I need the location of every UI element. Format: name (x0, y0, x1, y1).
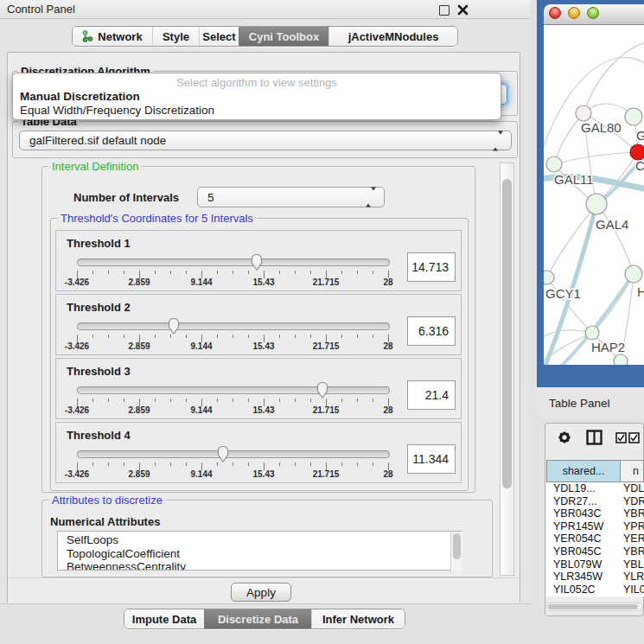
slider-tick (186, 399, 187, 402)
checked-box-icon[interactable] (628, 432, 640, 443)
combo-stepper-icon (493, 134, 503, 147)
threshold-label: Threshold 1 (67, 237, 131, 250)
apply-button[interactable]: Apply (231, 583, 291, 602)
slider-tick (341, 399, 342, 402)
dropdown-placeholder-item: Select algorithm to view settings (13, 76, 501, 89)
threshold-slider-track[interactable] (77, 258, 390, 266)
tab-cyni-toolbox[interactable]: Cyni Toolbox (239, 27, 328, 46)
table-row[interactable]: YBL079WYBL0 (546, 558, 644, 571)
scrollbar-thumb[interactable] (548, 604, 638, 609)
slider-tick (279, 271, 280, 274)
slider-tick (279, 462, 280, 466)
slider-tick (217, 271, 218, 274)
network-node[interactable] (625, 265, 642, 283)
threshold-value-field[interactable]: 21.4 (407, 380, 456, 410)
threshold-slider-thumb[interactable] (216, 445, 230, 462)
table-row[interactable]: YBR043CYBR0 (546, 507, 644, 520)
table-row[interactable]: YLR345WYLR3 (546, 571, 644, 583)
list-item[interactable]: SelfLoops (58, 533, 462, 547)
slider-tick (92, 335, 93, 338)
table-row[interactable]: YER054CYER0 (546, 532, 644, 545)
table-data-combobox[interactable]: galFiltered.sif default node (19, 131, 512, 150)
network-view-canvas[interactable]: GAL80GACGAL11GAL4GCY1HHAP2 (544, 25, 644, 365)
network-node[interactable] (614, 354, 628, 365)
dropdown-item-equal-width-frequency[interactable]: Equal Width/Frequency Discretization (20, 104, 214, 117)
network-node[interactable] (625, 108, 642, 125)
threshold-slider-thumb[interactable] (167, 317, 181, 335)
scrollbar-thumb[interactable] (453, 533, 461, 559)
zoom-traffic-light-icon[interactable] (587, 7, 599, 19)
tab-infer-network[interactable]: Infer Network (311, 609, 405, 628)
slider-tick (248, 399, 249, 402)
list-item[interactable]: TopologicalCoefficient (58, 547, 462, 561)
list-scrollbar[interactable] (450, 532, 462, 573)
threshold-slider-track[interactable] (77, 322, 390, 330)
table-body: YDL19...YDL1YDR27...YDR2YBR043CYBR0YPR14… (546, 482, 644, 596)
table-row[interactable]: YDL19...YDL1 (546, 482, 644, 495)
slider-tick (92, 462, 93, 466)
threshold-label: Threshold 3 (67, 365, 131, 378)
close-icon[interactable] (457, 4, 469, 16)
checked-box-icon[interactable] (615, 432, 627, 443)
panel-vertical-scrollbar[interactable] (500, 163, 514, 576)
dropdown-item-manual-discretization[interactable]: Manual Discretization (20, 90, 140, 103)
slider-tick (124, 399, 124, 402)
tab-impute-data-label: Impute Data (132, 613, 196, 626)
minimize-traffic-light-icon[interactable] (568, 7, 580, 19)
tab-jactivemnodules[interactable]: jActiveMNodules (328, 27, 457, 46)
network-node[interactable] (546, 156, 562, 172)
scrollbar-thumb[interactable] (502, 179, 512, 488)
number-of-intervals-spinner[interactable]: 5 (197, 187, 385, 207)
network-node-label: GAL80 (581, 120, 622, 135)
column-header-name[interactable]: n (621, 460, 644, 482)
numerical-attributes-list: SelfLoops TopologicalCoefficient Between… (57, 531, 462, 571)
column-header-shared-name[interactable]: shared... (546, 460, 621, 482)
gear-icon[interactable] (557, 430, 572, 445)
network-node-label: H (637, 284, 644, 299)
network-window-titlebar[interactable] (544, 4, 644, 25)
table-panel-title: Table Panel (549, 397, 610, 410)
table-row[interactable]: YIL052CYIL0 (546, 583, 644, 596)
float-window-icon[interactable] (439, 5, 450, 16)
threshold-value-field[interactable]: 14.713 (407, 252, 456, 282)
tab-network[interactable]: Network (73, 27, 152, 46)
threshold-slider-track[interactable] (77, 386, 390, 394)
tab-discretize-data[interactable]: Discretize Data (204, 609, 311, 628)
threshold-value-field[interactable]: 11.344 (407, 444, 456, 474)
slider-tick-label: 15.43 (252, 469, 274, 479)
algorithm-dropdown-popup: Select algorithm to view settings Manual… (12, 73, 501, 120)
numerical-attributes-label: Numerical Attributes (50, 515, 160, 528)
slider-tick-label: 9.144 (190, 341, 212, 351)
tab-jactivemnodules-label: jActiveMNodules (348, 30, 439, 43)
split-pane-icon[interactable] (586, 430, 603, 445)
slider-tick (373, 462, 373, 466)
slider-tick (310, 399, 311, 402)
close-traffic-light-icon[interactable] (549, 7, 561, 19)
network-node[interactable] (544, 271, 554, 284)
table-row[interactable]: YPR145WYPR1 (546, 520, 644, 533)
network-node[interactable] (586, 194, 607, 214)
table-horizontal-scrollbar[interactable] (546, 603, 643, 611)
threshold-slider-thumb[interactable] (316, 381, 329, 399)
slider-tick (295, 462, 296, 466)
slider-tick (217, 335, 218, 338)
threshold-slider-track[interactable] (77, 450, 390, 458)
slider-tick (373, 399, 373, 402)
slider-tick-label: -3.426 (65, 341, 89, 351)
threshold-slider-thumb[interactable] (250, 253, 264, 271)
table-row[interactable]: YBR045CYBR0 (546, 545, 644, 558)
tab-select[interactable]: Select (199, 27, 239, 46)
network-node[interactable] (585, 326, 599, 340)
slider-tick (155, 271, 156, 274)
slider-tick (217, 399, 218, 402)
threshold-value-field[interactable]: 6.316 (407, 316, 456, 346)
network-node[interactable] (576, 105, 591, 121)
list-item[interactable]: BetweennessCentrality (58, 560, 462, 571)
cell-shared-name: YBR043C (546, 507, 621, 520)
tab-impute-data[interactable]: Impute Data (124, 609, 204, 628)
tab-style[interactable]: Style (152, 27, 199, 46)
network-node-label: GA (636, 128, 644, 143)
attributes-group-title: Attributes to discretize (48, 494, 166, 507)
slider-tick (357, 399, 358, 402)
table-row[interactable]: YDR27...YDR2 (546, 495, 644, 508)
